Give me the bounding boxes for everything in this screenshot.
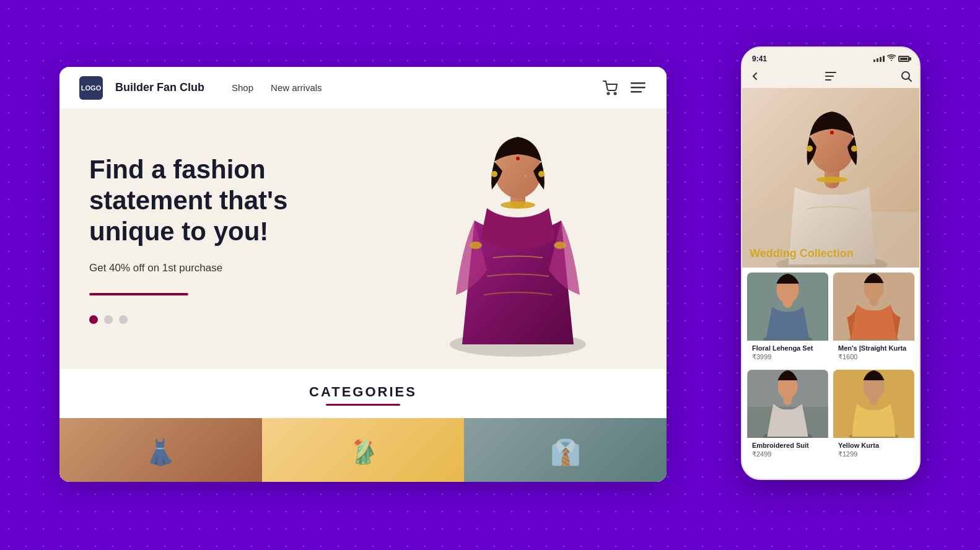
product-info-yellow: Yellow Kurta ₹1299: [833, 438, 914, 462]
logo-text: LOGO: [81, 84, 101, 92]
svg-rect-17: [825, 76, 834, 77]
product-name-suit: Embroidered Suit: [752, 442, 823, 449]
product-price-yellow: ₹1299: [838, 450, 909, 458]
dot-3[interactable]: [119, 315, 128, 324]
wifi-icon: [887, 54, 896, 63]
product-name-yellow: Yellow Kurta: [838, 442, 909, 449]
product-name-lehenga: Floral Lehenga Set: [752, 344, 823, 352]
hero-section: Find a fashion statement that's unique t…: [59, 109, 667, 369]
hamburger-menu-icon[interactable]: [629, 79, 647, 97]
product-image-lehenga: [747, 273, 828, 341]
svg-point-13: [470, 242, 482, 249]
product-card-yellow[interactable]: Yellow Kurta ₹1299: [833, 370, 914, 462]
desktop-browser-card: LOGO Builder Fan Club Shop New arrivals: [59, 67, 667, 482]
mobile-phone-card: 9:41: [741, 46, 921, 480]
svg-point-9: [501, 201, 535, 209]
product-image-suit: [747, 370, 828, 438]
cart-icon[interactable]: [602, 79, 619, 97]
svg-rect-2: [631, 82, 645, 84]
hero-dots: [89, 315, 327, 324]
hero-subtitle: Get 40% off on 1st purchase: [89, 260, 327, 276]
svg-point-1: [615, 92, 616, 94]
wedding-collection-label: Wedding Collection: [750, 247, 854, 260]
nav-new-arrivals[interactable]: New arrivals: [271, 82, 322, 93]
dot-1[interactable]: [89, 315, 98, 324]
product-price-kurta: ₹1600: [838, 353, 909, 361]
category-saree[interactable]: 🥻: [262, 418, 465, 482]
product-card-suit[interactable]: Embroidered Suit ₹2499: [747, 370, 828, 462]
signal-bar-4: [883, 56, 885, 62]
product-card-lehenga[interactable]: Floral Lehenga Set ₹3999: [747, 273, 828, 365]
nav-icons: [602, 79, 647, 97]
product-info-kurta: Men's |Straight Kurta ₹1600: [833, 341, 914, 365]
svg-point-26: [816, 177, 847, 183]
product-info-lehenga: Floral Lehenga Set ₹3999: [747, 341, 828, 365]
battery-icon: [898, 56, 909, 62]
svg-point-25: [830, 131, 834, 134]
categories-underline: [326, 404, 400, 406]
svg-point-12: [538, 171, 545, 177]
mobile-filter-icon[interactable]: [825, 72, 836, 83]
svg-rect-4: [631, 91, 642, 93]
svg-point-10: [524, 175, 527, 177]
nav-shop[interactable]: Shop: [232, 82, 253, 93]
product-image-yellow: [833, 370, 914, 438]
svg-rect-18: [825, 79, 831, 81]
svg-point-27: [807, 146, 813, 152]
mobile-search-icon[interactable]: [901, 71, 912, 84]
mobile-time: 9:41: [752, 55, 767, 63]
mobile-nav: [742, 67, 919, 88]
brand-name: Builder Fan Club: [115, 81, 204, 94]
svg-rect-3: [631, 87, 645, 89]
categories-grid: 👗 🥻 👔: [59, 418, 667, 482]
cat-figure-2: 🥻: [262, 418, 465, 482]
signal-bar-1: [873, 59, 875, 62]
product-row-2: Embroidered Suit ₹2499 Yellow: [747, 370, 914, 462]
hero-fashion-image: [419, 109, 617, 369]
mobile-status-bar: 9:41: [742, 48, 919, 67]
categories-section: CATEGORIES 👗 🥻 👔: [59, 369, 667, 482]
mobile-hero-section: Wedding Collection: [742, 88, 919, 268]
product-name-kurta: Men's |Straight Kurta: [838, 344, 909, 352]
category-men[interactable]: 👔: [464, 418, 667, 482]
product-card-kurta[interactable]: Men's |Straight Kurta ₹1600: [833, 273, 914, 365]
svg-point-15: [891, 60, 892, 61]
navbar: LOGO Builder Fan Club Shop New arrivals: [59, 67, 667, 109]
svg-point-8: [516, 157, 520, 160]
nav-links: Shop New arrivals: [232, 82, 590, 93]
category-women[interactable]: 👗: [59, 418, 262, 482]
svg-point-14: [554, 242, 566, 249]
hero-content: Find a fashion statement that's unique t…: [59, 129, 357, 349]
mobile-products-grid: Floral Lehenga Set ₹3999: [742, 268, 919, 467]
svg-point-0: [608, 92, 610, 94]
cat-figure-1: 👗: [59, 418, 262, 482]
svg-point-19: [902, 72, 909, 79]
svg-point-28: [851, 146, 857, 152]
signal-bar-3: [880, 57, 882, 62]
svg-rect-16: [825, 72, 836, 73]
hero-divider: [89, 293, 188, 295]
product-image-kurta: [833, 273, 914, 341]
product-row-1: Floral Lehenga Set ₹3999: [747, 273, 914, 365]
product-price-lehenga: ₹3999: [752, 353, 823, 361]
dot-2[interactable]: [104, 315, 113, 324]
signal-bar-2: [877, 58, 878, 62]
product-info-suit: Embroidered Suit ₹2499: [747, 438, 828, 462]
signal-icon: [873, 56, 885, 62]
product-price-suit: ₹2499: [752, 450, 823, 458]
svg-point-11: [491, 171, 497, 177]
categories-title: CATEGORIES: [59, 384, 667, 400]
hero-title: Find a fashion statement that's unique t…: [89, 154, 327, 248]
logo-box[interactable]: LOGO: [79, 76, 103, 100]
status-icons: [873, 54, 909, 63]
mobile-back-icon[interactable]: [750, 71, 761, 84]
cat-figure-3: 👔: [464, 418, 667, 482]
